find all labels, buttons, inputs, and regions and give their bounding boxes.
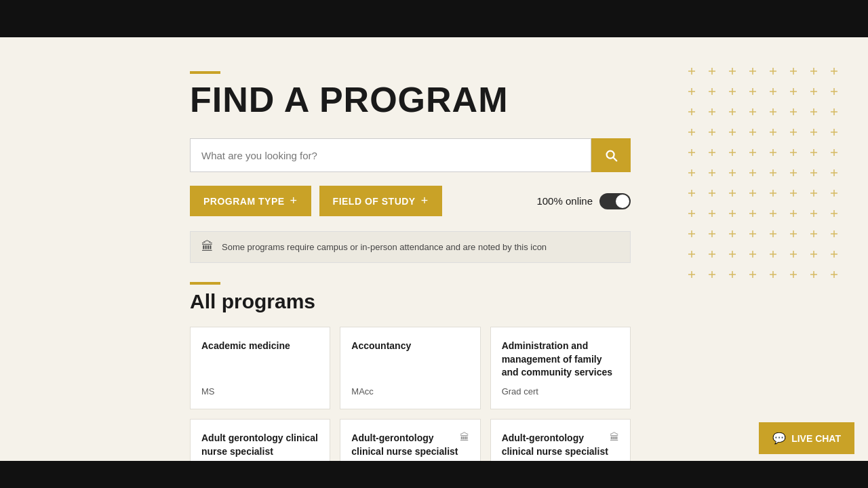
plus-pattern	[678, 58, 854, 288]
top-black-bar	[0, 0, 868, 37]
info-campus-icon: 🏛	[201, 240, 214, 254]
programs-section-title: All programs	[190, 290, 651, 313]
field-of-study-plus-icon: +	[421, 194, 429, 208]
card-title: Accountancy	[351, 340, 411, 353]
program-card-academic-medicine[interactable]: Academic medicine MS	[190, 327, 330, 409]
program-card-admin-family[interactable]: Administration and management of family …	[490, 327, 631, 409]
card-title: Academic medicine	[201, 340, 290, 353]
campus-icon: 🏛	[460, 432, 469, 443]
online-toggle[interactable]	[599, 193, 631, 209]
online-toggle-area: 100% online	[536, 193, 631, 209]
card-title: Adult-gerontology clinical nurse special…	[351, 432, 459, 458]
online-label: 100% online	[536, 195, 593, 207]
program-card-accountancy[interactable]: Accountancy MAcc	[340, 327, 480, 409]
program-type-plus-icon: +	[290, 194, 298, 208]
card-badge: MS	[201, 386, 319, 396]
live-chat-label: LIVE CHAT	[791, 433, 841, 444]
search-icon	[604, 148, 618, 163]
search-row	[190, 138, 631, 172]
bottom-black-bar	[0, 461, 868, 488]
section-accent	[190, 282, 220, 285]
chat-icon: 💬	[772, 432, 786, 445]
card-badge: MAcc	[351, 386, 469, 396]
live-chat-button[interactable]: 💬 LIVE CHAT	[759, 422, 854, 454]
toggle-knob	[616, 195, 629, 208]
search-input[interactable]	[190, 138, 591, 172]
info-banner: 🏛 Some programs require campus or in-per…	[190, 231, 631, 263]
card-header: Adult-gerontology clinical nurse special…	[351, 432, 469, 465]
card-title: Adult-gerontology clinical nurse special…	[502, 432, 610, 458]
program-type-label: PROGRAM TYPE	[203, 196, 285, 207]
card-badge: Grad cert	[502, 386, 619, 396]
program-type-filter[interactable]: PROGRAM TYPE +	[190, 186, 311, 216]
card-header: Administration and management of family …	[502, 340, 619, 386]
card-header: Adult gerontology clinical nurse special…	[201, 432, 319, 465]
title-accent	[190, 71, 220, 74]
card-header: Academic medicine	[201, 340, 319, 360]
card-title: Administration and management of family …	[502, 340, 619, 380]
field-of-study-filter[interactable]: FIELD OF STUDY +	[319, 186, 442, 216]
info-text: Some programs require campus or in-perso…	[222, 242, 547, 252]
page-title: FIND A PROGRAM	[190, 81, 651, 119]
search-button[interactable]	[591, 138, 631, 172]
field-of-study-label: FIELD OF STUDY	[333, 196, 416, 207]
page-title-section: FIND A PROGRAM	[190, 71, 651, 119]
filter-row: PROGRAM TYPE + FIELD OF STUDY + 100% onl…	[190, 186, 631, 216]
campus-icon: 🏛	[610, 432, 619, 443]
card-title: Adult gerontology clinical nurse special…	[201, 432, 319, 458]
card-header: Accountancy	[351, 340, 469, 360]
card-header: Adult-gerontology clinical nurse special…	[502, 432, 619, 465]
